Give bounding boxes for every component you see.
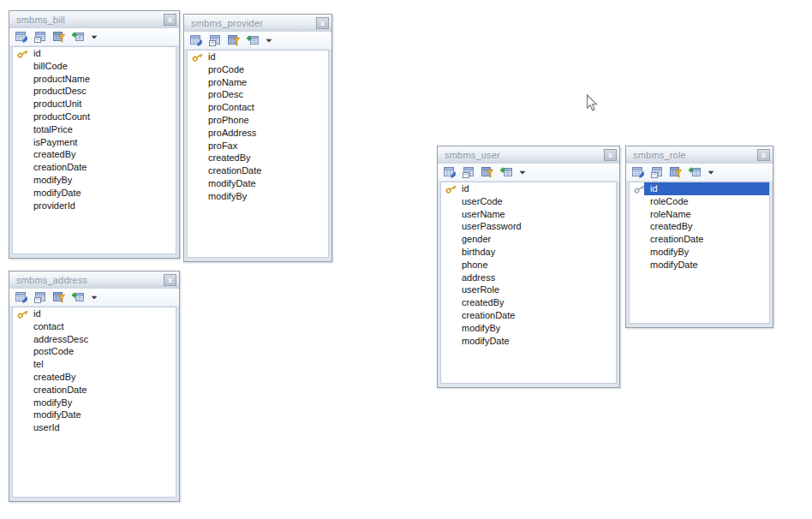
column-row[interactable]: creationDate: [188, 164, 328, 177]
column-row[interactable]: createdBy: [441, 296, 616, 309]
column-row[interactable]: productName: [13, 73, 176, 86]
column-row[interactable]: userCode: [441, 195, 616, 208]
table-window[interactable]: smbms_address x: [9, 271, 180, 502]
column-row[interactable]: modifyBy: [630, 246, 769, 259]
edit-table-icon[interactable]: [190, 35, 202, 46]
column-row[interactable]: providerId: [13, 200, 176, 212]
column-row[interactable]: createdBy: [13, 371, 176, 384]
column-name: id: [33, 308, 41, 319]
column-row[interactable]: address: [441, 271, 616, 284]
column-row[interactable]: modifyDate: [188, 177, 328, 190]
column-row[interactable]: createdBy: [13, 148, 176, 161]
filter-table-icon[interactable]: [53, 32, 65, 43]
column-row[interactable]: userName: [441, 208, 616, 221]
column-row[interactable]: creationDate: [441, 309, 616, 322]
table-titlebar[interactable]: smbms_role x: [626, 146, 773, 164]
dropdown-arrow-icon[interactable]: [708, 167, 714, 178]
column-row[interactable]: createdBy: [630, 220, 769, 233]
column-row[interactable]: id: [630, 182, 769, 195]
table-data-icon[interactable]: [651, 167, 663, 178]
column-row[interactable]: contact: [13, 320, 176, 333]
table-titlebar[interactable]: smbms_bill x: [9, 11, 179, 28]
column-row[interactable]: id: [188, 51, 328, 63]
primary-key-icon: [17, 309, 29, 319]
column-row[interactable]: id: [13, 307, 176, 320]
column-row[interactable]: productDesc: [13, 85, 176, 98]
dropdown-arrow-icon[interactable]: [91, 292, 98, 303]
column-row[interactable]: modifyDate: [13, 187, 176, 200]
column-row[interactable]: roleName: [630, 208, 769, 221]
dropdown-arrow-icon[interactable]: [91, 32, 98, 43]
column-row[interactable]: modifyBy: [13, 174, 176, 187]
column-row[interactable]: roleCode: [630, 195, 769, 208]
close-icon[interactable]: x: [164, 14, 176, 26]
filter-table-icon[interactable]: [481, 167, 493, 178]
table-titlebar[interactable]: smbms_provider x: [184, 15, 331, 32]
column-row[interactable]: createdBy: [188, 152, 328, 164]
column-row[interactable]: userRole: [441, 283, 616, 296]
column-row[interactable]: id: [441, 182, 616, 195]
column-row[interactable]: modifyDate: [441, 335, 616, 348]
column-name: userRole: [462, 284, 499, 295]
column-row[interactable]: addressDesc: [13, 333, 176, 346]
column-row[interactable]: userId: [13, 421, 176, 434]
column-row[interactable]: phone: [441, 259, 616, 271]
edit-table-icon[interactable]: [632, 167, 644, 178]
add-column-icon[interactable]: [72, 292, 84, 303]
filter-table-icon[interactable]: [670, 167, 682, 178]
add-column-icon[interactable]: [72, 32, 84, 43]
column-row[interactable]: productUnit: [13, 98, 176, 110]
dropdown-arrow-icon[interactable]: [519, 167, 526, 178]
column-row[interactable]: productCount: [13, 110, 176, 123]
column-row[interactable]: creationDate: [630, 233, 769, 246]
column-row[interactable]: modifyBy: [188, 190, 328, 203]
column-row[interactable]: proFax: [188, 140, 328, 152]
column-row[interactable]: proName: [188, 76, 328, 89]
filter-table-icon[interactable]: [53, 292, 65, 303]
edit-table-icon[interactable]: [444, 167, 456, 178]
column-row[interactable]: modifyBy: [13, 397, 176, 409]
close-icon[interactable]: x: [164, 274, 176, 286]
column-row[interactable]: proContact: [188, 101, 328, 114]
table-data-icon[interactable]: [34, 292, 46, 303]
column-row[interactable]: tel: [13, 358, 176, 371]
table-window[interactable]: smbms_bill x: [9, 10, 180, 259]
column-row[interactable]: isPayment: [13, 136, 176, 149]
column-row[interactable]: userPassword: [441, 220, 616, 233]
edit-table-icon[interactable]: [15, 292, 27, 303]
add-column-icon[interactable]: [689, 167, 701, 178]
filter-table-icon[interactable]: [228, 35, 240, 46]
column-row[interactable]: proAddress: [188, 127, 328, 140]
table-data-icon[interactable]: [463, 167, 475, 178]
column-row[interactable]: birthday: [441, 246, 616, 259]
table-window[interactable]: smbms_user x: [437, 146, 620, 388]
column-row[interactable]: proPhone: [188, 114, 328, 127]
column-row[interactable]: creationDate: [13, 161, 176, 174]
column-row[interactable]: proCode: [188, 63, 328, 76]
column-name: proDesc: [208, 89, 243, 99]
column-row[interactable]: modifyDate: [630, 259, 769, 271]
edit-table-icon[interactable]: [15, 32, 27, 43]
close-icon[interactable]: x: [757, 149, 770, 161]
table-window[interactable]: smbms_provider x: [183, 14, 332, 262]
table-titlebar[interactable]: smbms_user x: [438, 146, 619, 164]
column-row[interactable]: proDesc: [188, 88, 328, 101]
close-icon[interactable]: x: [316, 17, 329, 29]
table-data-icon[interactable]: [209, 35, 221, 46]
column-row[interactable]: modifyDate: [13, 409, 176, 421]
close-icon[interactable]: x: [604, 149, 617, 161]
column-name: creationDate: [33, 162, 87, 172]
column-row[interactable]: creationDate: [13, 384, 176, 397]
add-column-icon[interactable]: [247, 35, 259, 46]
column-row[interactable]: billCode: [13, 60, 176, 73]
column-row[interactable]: gender: [441, 233, 616, 246]
column-row[interactable]: modifyBy: [441, 322, 616, 335]
column-row[interactable]: totalPrice: [13, 123, 176, 136]
add-column-icon[interactable]: [500, 167, 512, 178]
table-data-icon[interactable]: [34, 32, 46, 43]
table-window[interactable]: smbms_role x: [625, 146, 773, 328]
table-titlebar[interactable]: smbms_address x: [9, 271, 179, 289]
column-row[interactable]: postCode: [13, 345, 176, 358]
column-row[interactable]: id: [13, 47, 176, 60]
dropdown-arrow-icon[interactable]: [266, 35, 272, 46]
